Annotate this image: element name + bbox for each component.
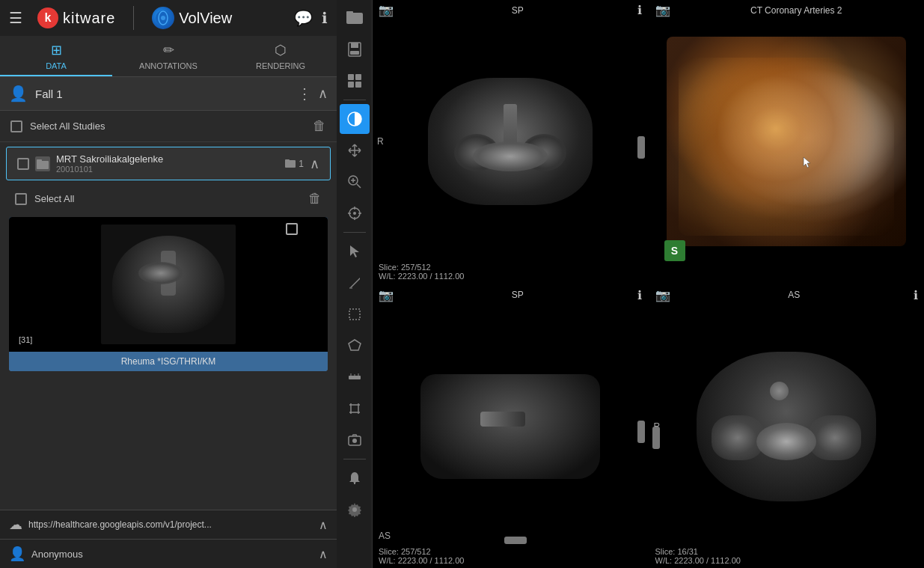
- data-tab-icon: ⊞: [51, 42, 62, 58]
- toolbar-layout-button[interactable]: [340, 66, 370, 96]
- viewport-br-camera-icon: 📷: [655, 288, 670, 302]
- viewport-top-right[interactable]: 📷 CT Coronary Arteries 2 S: [649, 0, 925, 284]
- viewport-tr-label: CT Coronary Arteries 2: [675, 5, 919, 16]
- scan-sagittal-image: [413, 367, 608, 486]
- info-icon[interactable]: ℹ: [322, 9, 328, 27]
- file-count-text: 1: [299, 159, 304, 169]
- study-row: MRT Sakroiliakalgelenke 20010101 1 ∧: [6, 147, 331, 180]
- scroll-handle-br[interactable]: [652, 427, 660, 449]
- scan-ax-spine: [770, 382, 789, 400]
- toolbar-polygon-button[interactable]: [340, 331, 370, 361]
- toolbar-sep-1: [343, 100, 366, 100]
- study-file-count: 1: [285, 159, 304, 169]
- series-delete-icon[interactable]: 🗑: [308, 191, 322, 207]
- toolbar-pan-button[interactable]: [340, 135, 370, 165]
- toolbar-measure-button[interactable]: [340, 362, 370, 392]
- patient-collapse-button[interactable]: ∧: [318, 85, 328, 102]
- study-checkbox[interactable]: [17, 158, 29, 170]
- rendering-tab-label: RENDERING: [256, 61, 305, 70]
- viewport-bl-wl: W/L: 2223.00 / 1112.00: [379, 556, 642, 565]
- svg-rect-13: [355, 74, 361, 80]
- feedback-icon[interactable]: 💬: [294, 9, 313, 27]
- kitware-logo: k kitware: [37, 7, 115, 28]
- patient-menu-button[interactable]: ⋮: [297, 85, 312, 103]
- toolbar-draw-button[interactable]: [340, 268, 370, 298]
- viewer-area: 📷 SP ℹ R Slice: 257/512 W/L: 2223.00 / 1…: [373, 0, 924, 568]
- scroll-handle-bl[interactable]: [637, 421, 645, 443]
- toolbar-rect-button[interactable]: [340, 299, 370, 329]
- viewport-bottom-left[interactable]: 📷 SP ℹ AS Slice: 257/512 W/L: 2223.00 / …: [373, 285, 648, 569]
- svg-rect-15: [355, 82, 361, 88]
- viewport-bl-info-button[interactable]: ℹ: [637, 288, 642, 302]
- toolbar-zoom-button[interactable]: [340, 167, 370, 197]
- logo-bar: ☰ k kitware VolView 💬 ℹ: [0, 0, 337, 36]
- svg-rect-4: [37, 159, 42, 162]
- toolbar-select-button[interactable]: [340, 236, 370, 266]
- toolbar-contrast-button[interactable]: [340, 104, 370, 134]
- viewport-tl-info-button[interactable]: ℹ: [637, 3, 642, 17]
- user-icon: 👤: [9, 546, 25, 562]
- series-thumbnail-checkbox[interactable]: [286, 223, 298, 235]
- select-all-series-checkbox[interactable]: [15, 193, 27, 205]
- svg-point-39: [352, 439, 357, 443]
- viewport-tr-camera-icon: 📷: [655, 3, 670, 17]
- url-expand-button[interactable]: ∧: [319, 518, 328, 532]
- hamburger-menu[interactable]: ☰: [9, 9, 22, 27]
- series-card: ⋮ [31] Rheuma *ISG/THRI/KM: [9, 217, 328, 371]
- scan-axial-image: [682, 341, 891, 513]
- scroll-handle-bl-h[interactable]: [504, 537, 527, 544]
- toolbar-screenshot-button[interactable]: [340, 425, 370, 455]
- svg-rect-11: [350, 51, 359, 55]
- viewport-tl-wl: W/L: 2223.00 / 1112.00: [379, 272, 642, 281]
- series-frame-count: [31]: [15, 334, 36, 346]
- user-collapse-button[interactable]: ∧: [319, 547, 328, 561]
- viewport-tl-camera-icon: 📷: [379, 3, 394, 17]
- select-all-studies-label: Select All Studies: [30, 120, 313, 132]
- viewport-br-label: AS: [675, 290, 914, 300]
- sidebar-content: 👤 Fall 1 ⋮ ∧ Select All Studies 🗑 MRT Sa…: [0, 77, 337, 510]
- study-folder-icon: [35, 156, 50, 171]
- svg-rect-10: [351, 43, 358, 48]
- viewport-tl-label: SP: [398, 5, 637, 16]
- toolbar-folder-button[interactable]: [340, 3, 370, 33]
- tab-rendering[interactable]: ⬡ RENDERING: [224, 36, 337, 76]
- toolbar-bell-button[interactable]: [340, 463, 370, 493]
- scan-ax-bright: [756, 423, 816, 460]
- scan-ax-iliac-right: [809, 415, 861, 460]
- viewport-bl-header: 📷 SP ℹ: [373, 285, 648, 305]
- svg-rect-28: [349, 309, 360, 320]
- scroll-handle-tl[interactable]: [637, 136, 645, 159]
- select-all-studies-delete-icon[interactable]: 🗑: [313, 118, 326, 134]
- viewport-tl-footer: Slice: 257/512 W/L: 2223.00 / 1112.00: [373, 260, 648, 284]
- orient-label-tl-left: R: [377, 136, 384, 147]
- s-marker: S: [664, 240, 685, 261]
- scan-sag-body: [420, 374, 600, 479]
- tab-data[interactable]: ⊞ DATA: [0, 36, 112, 76]
- svg-rect-6: [285, 159, 290, 162]
- toolbar-crop-button[interactable]: [340, 394, 370, 424]
- toolbar-settings-button[interactable]: [340, 495, 370, 525]
- annotations-tab-icon: ✏: [163, 42, 174, 58]
- viewport-tr-header: 📷 CT Coronary Arteries 2: [649, 0, 925, 20]
- series-select-all-row: Select All 🗑: [0, 185, 337, 213]
- svg-rect-30: [349, 376, 361, 379]
- series-thumbnail[interactable]: [31]: [9, 217, 328, 352]
- viewport-bottom-right[interactable]: 📷 AS ℹ R Slice: 16/31 W/L: 2223.00 / 111…: [649, 285, 925, 569]
- viewport-tl-header: 📷 SP ℹ: [373, 0, 648, 20]
- user-name: Anonymous: [31, 549, 313, 560]
- viewport-br-header: 📷 AS ℹ: [649, 285, 925, 305]
- viewport-top-left[interactable]: 📷 SP ℹ R Slice: 257/512 W/L: 2223.00 / 1…: [373, 0, 648, 284]
- select-all-studies-checkbox[interactable]: [10, 120, 22, 132]
- patient-header: 👤 Fall 1 ⋮ ∧: [0, 77, 337, 111]
- viewport-bl-label: SP: [398, 290, 637, 300]
- tab-annotations[interactable]: ✏ ANNOTATIONS: [112, 36, 224, 76]
- url-text: https://healthcare.googleapis.com/v1/pro…: [28, 519, 313, 530]
- study-collapse-button[interactable]: ∧: [310, 156, 319, 172]
- patient-icon: 👤: [9, 85, 28, 103]
- toolbar-save-button[interactable]: [340, 34, 370, 64]
- volume-3d-render: [667, 37, 906, 246]
- cloud-icon: ☁: [9, 516, 22, 533]
- viewport-br-info-button[interactable]: ℹ: [914, 288, 918, 302]
- cursor-3d: [801, 156, 816, 171]
- toolbar-crosshair-button[interactable]: [340, 198, 370, 228]
